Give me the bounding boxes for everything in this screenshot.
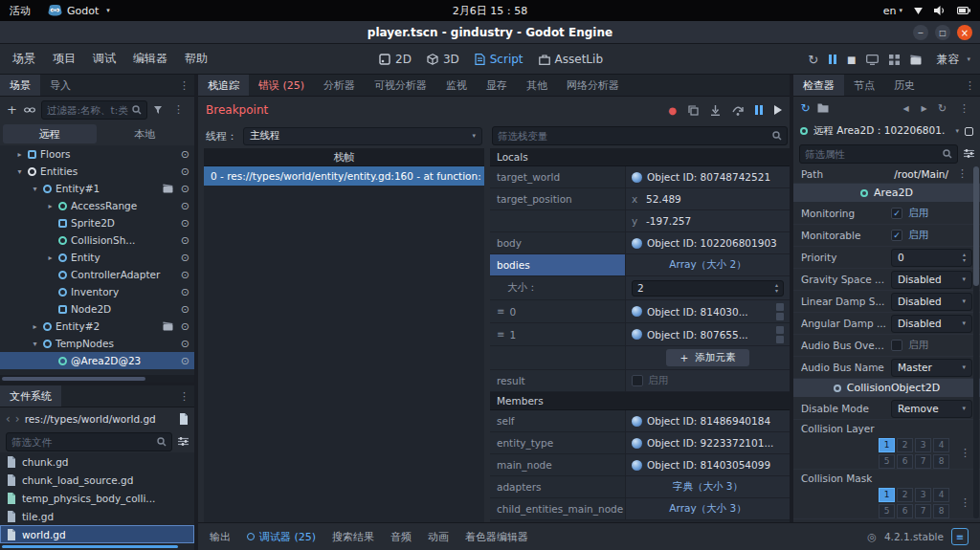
expand-chevron-icon[interactable]: ▸ [31,322,39,331]
maximize-button[interactable]: □ [935,25,950,40]
checkbox[interactable]: ✓ [891,230,902,241]
tree-node[interactable]: Inventory⊙ [0,283,194,300]
scene-toolbar-menu-icon[interactable]: ⋮ [168,103,189,116]
variable-row[interactable]: selfObject ID: 81486940184 [490,410,790,432]
bottom-tab-output[interactable]: 输出 [210,530,231,544]
drag-handle-icon[interactable]: ≡ [497,329,504,340]
reload-resource-icon[interactable]: ↻ [799,101,812,115]
close-button[interactable]: × [957,25,972,40]
file-row[interactable]: chunk.gd [0,452,194,471]
network-icon[interactable] [914,8,923,14]
vars-filter-input[interactable] [498,130,768,142]
mask-bit-1[interactable]: 1 [879,488,895,502]
layer-menu-icon[interactable]: ⋮ [955,447,975,459]
visibility-eye-icon[interactable]: ⊙ [181,200,189,212]
workspace-script-button[interactable]: Script [475,53,523,66]
mask-bit-7[interactable]: 7 [915,504,931,518]
deploy-grid-icon[interactable] [889,55,900,65]
visibility-eye-icon[interactable]: ⊙ [181,217,189,230]
dock-menu-icon[interactable]: ⋮ [174,385,194,407]
variable-value[interactable]: Object ID: 9223372101... [647,437,773,449]
activities-button[interactable]: 活动 [10,4,31,18]
visibility-eye-icon[interactable]: ⊙ [181,338,189,350]
tree-node[interactable]: ▸Floors⊙ [0,145,194,163]
renderer-selector[interactable]: 兼容▾ [932,52,974,68]
expand-chevron-icon[interactable]: ▸ [15,150,24,159]
layer-bit-2[interactable]: 2 [897,438,913,452]
variable-value[interactable]: Object ID: 807655... [647,329,748,341]
menu-editor[interactable]: 编辑器 [124,44,176,74]
movie-maker-icon[interactable] [910,55,922,65]
local-tab[interactable]: 本地 [99,124,192,143]
tree-node[interactable]: Node2D⊙ [0,300,194,318]
file-filter-input[interactable] [11,436,153,448]
mask-bit-5[interactable]: 5 [879,504,895,518]
tab-video-ram[interactable]: 显存 [477,75,517,96]
minimize-button[interactable]: ─ [913,25,928,40]
workspace-assetlib-button[interactable]: AssetLib [539,53,603,66]
tree-node-selected[interactable]: @Area2D@23⊙ [0,352,194,369]
bottom-tab-search-results[interactable]: 搜索结果 [332,530,374,544]
variable-row[interactable]: bodyObject ID: 102206801903 [490,232,790,254]
tab-errors[interactable]: 错误 (25) [249,75,314,96]
checkbox[interactable]: ✓ [891,208,902,219]
visibility-eye-icon[interactable]: ⊙ [181,303,189,316]
array-edit-button[interactable]: Array（大小 2） [632,258,784,272]
array-element-row[interactable]: ≡0Object ID: 814030... [490,300,790,323]
vscrollbar-thumb[interactable] [973,166,979,286]
variable-row-selected[interactable]: bodiesArray（大小 2） [490,254,790,276]
break-button[interactable] [755,105,763,115]
mask-bit-4[interactable]: 4 [933,488,949,502]
array-edit-button[interactable]: Array（大小 3） [632,502,784,516]
bottom-tab-shader-editor[interactable]: 着色器编辑器 [465,530,528,544]
layer-bit-1[interactable]: 1 [879,438,895,452]
record-icon[interactable]: ● [668,105,677,116]
layer-bit-5[interactable]: 5 [879,454,895,469]
visibility-eye-icon[interactable]: ⊙ [181,234,189,247]
filter-options-icon[interactable] [153,105,163,115]
dock-menu-icon[interactable]: ⋮ [960,75,980,96]
property-filter-input[interactable] [805,148,939,160]
thread-dropdown[interactable]: 主线程▾ [243,127,482,145]
tab-profiler[interactable]: 分析器 [314,75,365,96]
battery-icon[interactable] [957,7,970,14]
bottom-tab-animation[interactable]: 动画 [428,530,449,544]
menu-debug[interactable]: 调试 [84,44,124,74]
file-row[interactable]: tile.gd [0,507,194,525]
expand-chevron-icon[interactable]: ▾ [15,167,24,176]
checkbox[interactable]: ✓ [632,375,643,386]
layer-bit-3[interactable]: 3 [915,438,931,452]
layer-bit-7[interactable]: 7 [915,454,931,469]
clock[interactable]: 2月6日 15：58 [453,4,528,18]
bottom-tab-audio[interactable]: 音频 [390,530,412,544]
folder-icon[interactable] [817,103,829,113]
tree-node[interactable]: ▾TempNodes⊙ [0,335,194,352]
step-over-icon[interactable] [732,105,744,116]
visibility-eye-icon[interactable]: ⊙ [181,148,189,161]
expand-chevron-icon[interactable]: ▾ [31,340,39,348]
stop-button[interactable]: ■ [847,55,856,65]
dropdown[interactable]: Disabled▾ [891,271,972,289]
tree-node[interactable]: ▾Entities⊙ [0,163,194,180]
path-menu-icon[interactable]: ⋮ [952,167,972,180]
step-into-icon[interactable] [710,105,721,116]
tab-node[interactable]: 节点 [844,75,884,96]
dropdown[interactable]: Disabled▾ [891,293,972,311]
variable-row[interactable]: target_positionx52.489 [490,188,790,210]
tab-inspector[interactable]: 检查器 [793,75,844,96]
visibility-eye-icon[interactable]: ⊙ [181,355,189,367]
tab-stack-trace[interactable]: 栈追踪 [198,75,249,96]
copy-error-icon[interactable] [688,105,699,116]
mask-bit-3[interactable]: 3 [915,488,931,502]
scene-filter-input[interactable] [47,104,128,116]
add-node-button[interactable]: + [6,102,18,117]
variable-row[interactable]: child_entities_main_nodeArray（大小 3） [490,498,790,520]
dropdown[interactable]: Disabled▾ [891,315,972,333]
size-spinbox[interactable]: 2▴▾ [632,280,784,297]
inspector-menu-icon[interactable]: ⋮ [954,102,974,115]
history-forward-icon[interactable]: ▶ [918,104,930,113]
instance-scene-icon[interactable] [24,105,35,115]
variable-value[interactable]: Object ID: 80748742521 [647,171,770,183]
visibility-eye-icon[interactable]: ⊙ [181,183,189,195]
visibility-eye-icon[interactable]: ⊙ [181,165,189,178]
